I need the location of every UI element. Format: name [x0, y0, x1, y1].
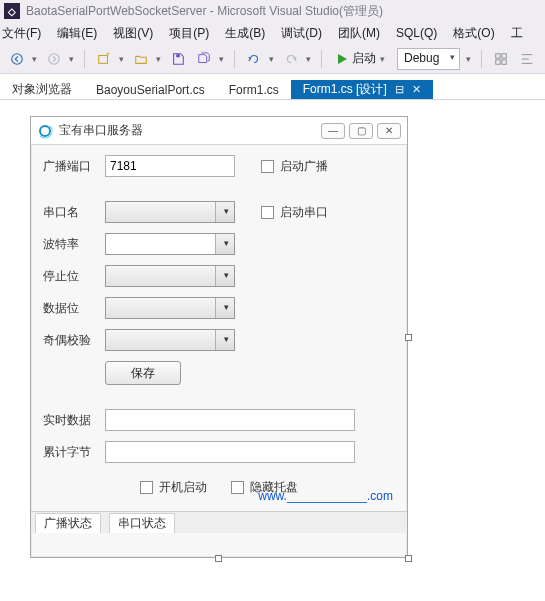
- tab-label: BaoyouSerialPort.cs: [96, 83, 205, 97]
- tab-serial-status[interactable]: 串口状态: [109, 513, 175, 533]
- tab-label: Form1.cs: [229, 83, 279, 97]
- data-combo[interactable]: [105, 297, 235, 319]
- nav-forward-button[interactable]: [43, 48, 65, 70]
- tab-broadcast-status[interactable]: 广播状态: [35, 513, 101, 533]
- checkbox-label: 启动广播: [280, 158, 328, 175]
- start-serial-checkbox[interactable]: 启动串口: [261, 204, 328, 221]
- serial-name-combo[interactable]: [105, 201, 235, 223]
- vs-logo-icon: ◇: [4, 3, 20, 19]
- menu-edit[interactable]: 编辑(E): [57, 25, 97, 42]
- svg-rect-3: [176, 54, 180, 57]
- start-broadcast-checkbox[interactable]: 启动广播: [261, 158, 328, 175]
- tab-baoyou-serialport[interactable]: BaoyouSerialPort.cs: [84, 80, 217, 99]
- config-combo[interactable]: Debug: [397, 48, 460, 70]
- open-file-button[interactable]: [130, 48, 152, 70]
- vs-menu-bar: 文件(F) 编辑(E) 视图(V) 项目(P) 生成(B) 调试(D) 团队(M…: [0, 22, 545, 44]
- checkbox-label: 启动串口: [280, 204, 328, 221]
- new-project-dropdown[interactable]: ▾: [119, 54, 126, 64]
- align-button[interactable]: [516, 48, 538, 70]
- menu-debug[interactable]: 调试(D): [281, 25, 322, 42]
- toolbox-button[interactable]: [490, 48, 512, 70]
- data-label: 数据位: [43, 300, 97, 317]
- minimize-button[interactable]: —: [321, 123, 345, 139]
- svg-point-11: [40, 126, 50, 136]
- selection-handle-corner[interactable]: [405, 555, 412, 562]
- save-button[interactable]: [167, 48, 189, 70]
- baud-label: 波特率: [43, 236, 97, 253]
- new-project-icon: [97, 52, 111, 66]
- menu-project[interactable]: 项目(P): [169, 25, 209, 42]
- config-dropdown-extra[interactable]: ▾: [466, 54, 473, 64]
- menu-format[interactable]: 格式(O): [453, 25, 494, 42]
- close-icon[interactable]: ✕: [412, 83, 421, 96]
- stop-combo[interactable]: [105, 265, 235, 287]
- mock-window-title: 宝有串口服务器: [59, 122, 315, 139]
- nav-forward-dropdown[interactable]: ▾: [69, 54, 76, 64]
- arrow-left-icon: [10, 52, 24, 66]
- start-debug-label: 启动: [352, 50, 376, 67]
- realtime-label: 实时数据: [43, 412, 97, 429]
- boot-start-checkbox[interactable]: 开机启动: [140, 479, 207, 496]
- redo-dropdown[interactable]: ▾: [306, 54, 313, 64]
- menu-sql[interactable]: SQL(Q): [396, 26, 437, 40]
- designer-surface[interactable]: 宝有串口服务器 — ▢ ✕ 广播端口 启动广播 串口名: [0, 100, 545, 601]
- align-icon: [520, 52, 534, 66]
- save-form-button[interactable]: 保存: [105, 361, 181, 385]
- mock-form-window[interactable]: 宝有串口服务器 — ▢ ✕ 广播端口 启动广播 串口名: [30, 116, 408, 558]
- serial-name-label: 串口名: [43, 204, 97, 221]
- stop-label: 停止位: [43, 268, 97, 285]
- nav-back-dropdown[interactable]: ▾: [32, 54, 39, 64]
- redo-button[interactable]: [280, 48, 302, 70]
- mock-title-bar: 宝有串口服务器 — ▢ ✕: [31, 117, 407, 145]
- tab-form1-design[interactable]: Form1.cs [设计] ⊟ ✕: [291, 80, 433, 99]
- menu-build[interactable]: 生成(B): [225, 25, 265, 42]
- port-label: 广播端口: [43, 158, 97, 175]
- close-button[interactable]: ✕: [377, 123, 401, 139]
- svg-rect-6: [496, 59, 500, 63]
- toolbar-separator-4: [481, 50, 482, 68]
- save-all-icon: [197, 52, 211, 66]
- svg-rect-2: [99, 55, 108, 63]
- button-label: 保存: [131, 365, 155, 382]
- menu-file[interactable]: 文件(F): [2, 25, 41, 42]
- vs-title-bar: ◇ BaotaSerialPortWebSocketServer - Micro…: [0, 0, 545, 22]
- mock-bottom-tabs: 广播状态 串口状态: [31, 511, 407, 533]
- tab-form1-code[interactable]: Form1.cs: [217, 80, 291, 99]
- realtime-input[interactable]: [105, 409, 355, 431]
- tab-object-browser[interactable]: 对象浏览器: [0, 80, 84, 99]
- baud-combo[interactable]: [105, 233, 235, 255]
- maximize-button[interactable]: ▢: [349, 123, 373, 139]
- save-icon: [171, 52, 185, 66]
- svg-point-0: [12, 53, 23, 64]
- tab-label: 对象浏览器: [12, 81, 72, 98]
- menu-team[interactable]: 团队(M): [338, 25, 380, 42]
- bytes-input[interactable]: [105, 441, 355, 463]
- website-link[interactable]: www.____________.com: [258, 489, 393, 503]
- vs-window-title: BaotaSerialPortWebSocketServer - Microso…: [26, 3, 383, 20]
- vs-toolbar: ▾ ▾ ▾ ▾ ▾ ▾ ▾ 启动 ▾ Debug ▾: [0, 44, 545, 74]
- nav-back-button[interactable]: [6, 48, 28, 70]
- checkbox-icon: [231, 481, 244, 494]
- undo-button[interactable]: [243, 48, 265, 70]
- mock-system-buttons: — ▢ ✕: [321, 123, 401, 139]
- document-tab-strip: 对象浏览器 BaoyouSerialPort.cs Form1.cs Form1…: [0, 74, 545, 100]
- selection-handle-right[interactable]: [405, 334, 412, 341]
- save-all-button[interactable]: [193, 48, 215, 70]
- pin-icon[interactable]: ⊟: [395, 83, 404, 96]
- port-input[interactable]: [105, 155, 235, 177]
- start-debug-button[interactable]: 启动 ▾: [330, 48, 393, 70]
- open-file-dropdown[interactable]: ▾: [156, 54, 163, 64]
- play-icon: [336, 53, 348, 65]
- selection-handle-bottom[interactable]: [215, 555, 222, 562]
- parity-combo[interactable]: [105, 329, 235, 351]
- arrow-right-icon: [47, 52, 61, 66]
- undo-icon: [247, 52, 261, 66]
- svg-rect-7: [502, 59, 506, 63]
- svg-rect-4: [496, 53, 500, 57]
- new-project-button[interactable]: [93, 48, 115, 70]
- start-debug-dropdown[interactable]: ▾: [380, 54, 387, 64]
- menu-tools[interactable]: 工: [511, 25, 523, 42]
- undo-dropdown[interactable]: ▾: [269, 54, 276, 64]
- save-all-dropdown[interactable]: ▾: [219, 54, 226, 64]
- menu-view[interactable]: 视图(V): [113, 25, 153, 42]
